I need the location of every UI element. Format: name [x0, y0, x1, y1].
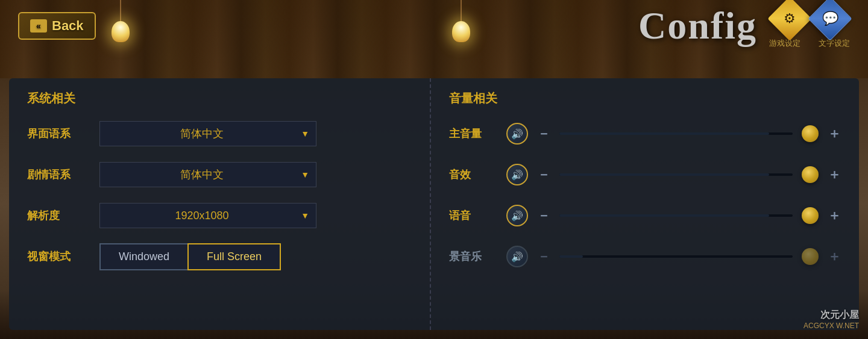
story-language-label: 剧情语系 — [27, 167, 99, 182]
right-panel: 音量相关 主音量 🔊 － ＋ 音效 🔊 － ＋ 语音 🔊 — [431, 78, 859, 330]
master-volume-speaker-icon[interactable]: 🔊 — [506, 123, 528, 145]
watermark-url: ACGCYX W.NET — [804, 322, 859, 330]
fullscreen-button[interactable]: Full Screen — [187, 243, 281, 270]
ui-language-dropdown[interactable]: 简体中文 繁體中文 English 日本語 — [99, 121, 316, 146]
voice-volume-row: 语音 🔊 － ＋ — [449, 201, 841, 231]
voice-volume-label: 语音 — [449, 208, 497, 223]
bgm-volume-row: 景音乐 🔊 － ＋ — [449, 241, 841, 272]
master-volume-plus[interactable]: ＋ — [828, 127, 841, 140]
text-settings-label: 文字设定 — [819, 38, 850, 49]
bgm-volume-label: 景音乐 — [449, 249, 497, 264]
story-language-dropdown-wrapper: 简体中文 繁體中文 English 日本語 ▼ — [99, 162, 316, 187]
story-language-row: 剧情语系 简体中文 繁體中文 English 日本語 ▼ — [27, 160, 412, 190]
bgm-volume-fill — [559, 255, 583, 258]
sfx-volume-fill — [559, 173, 769, 176]
window-mode-buttons: Windowed Full Screen — [99, 243, 281, 270]
chat-icon: 💬 — [822, 11, 838, 26]
voice-volume-speaker-icon[interactable]: 🔊 — [506, 205, 528, 226]
bgm-volume-track[interactable] — [559, 255, 793, 258]
master-volume-track[interactable] — [559, 132, 793, 135]
sfx-volume-knob[interactable] — [802, 166, 819, 183]
master-volume-knob[interactable] — [802, 125, 819, 142]
bgm-volume-minus[interactable]: － — [537, 250, 550, 263]
back-button[interactable]: « Back — [18, 12, 96, 40]
text-settings-icon-button[interactable]: 💬 — [808, 0, 852, 40]
game-settings-icon-button[interactable]: ⚙ — [767, 0, 812, 40]
voice-volume-plus[interactable]: ＋ — [828, 209, 841, 222]
left-panel: 系统相关 界面语系 简体中文 繁體中文 English 日本語 ▼ 剧情语系 简… — [9, 78, 431, 330]
voice-volume-track[interactable] — [559, 214, 793, 217]
sfx-volume-label: 音效 — [449, 167, 497, 182]
ui-language-row: 界面语系 简体中文 繁體中文 English 日本語 ▼ — [27, 119, 412, 149]
bgm-volume-plus[interactable]: ＋ — [828, 250, 841, 263]
master-volume-fill — [559, 132, 769, 135]
master-volume-row: 主音量 🔊 － ＋ — [449, 119, 841, 149]
resolution-dropdown[interactable]: 1920x1080 1280x720 2560x1440 — [99, 203, 316, 228]
icon-group: ⚙ 💬 — [774, 3, 846, 34]
watermark: 次元小屋 ACGCYX W.NET — [804, 309, 859, 330]
topbar: « Back Config ⚙ 💬 游戏设定 文字设定 — [0, 0, 868, 51]
main-content: 系统相关 界面语系 简体中文 繁體中文 English 日本語 ▼ 剧情语系 简… — [9, 78, 859, 330]
resolution-row: 解析度 1920x1080 1280x720 2560x1440 ▼ — [27, 201, 412, 231]
master-volume-minus[interactable]: － — [537, 127, 550, 140]
bgm-volume-knob[interactable] — [802, 248, 819, 265]
voice-volume-fill — [559, 214, 769, 217]
voice-volume-knob[interactable] — [802, 207, 819, 224]
sfx-volume-minus[interactable]: － — [537, 168, 550, 181]
bgm-volume-speaker-icon[interactable]: 🔊 — [506, 246, 528, 267]
resolution-dropdown-wrapper: 1920x1080 1280x720 2560x1440 ▼ — [99, 203, 316, 228]
voice-volume-minus[interactable]: － — [537, 209, 550, 222]
game-settings-label: 游戏设定 — [769, 38, 800, 49]
window-mode-label: 视窗模式 — [27, 249, 99, 264]
watermark-name: 次元小屋 — [804, 309, 859, 322]
back-label: Back — [52, 18, 84, 34]
story-language-dropdown[interactable]: 简体中文 繁體中文 English 日本語 — [99, 162, 316, 187]
ui-language-dropdown-wrapper: 简体中文 繁體中文 English 日本語 ▼ — [99, 121, 316, 146]
sfx-volume-track[interactable] — [559, 173, 793, 176]
left-panel-title: 系统相关 — [27, 90, 412, 107]
sfx-volume-plus[interactable]: ＋ — [828, 168, 841, 181]
sfx-volume-row: 音效 🔊 － ＋ — [449, 160, 841, 190]
gear-icon: ⚙ — [784, 11, 796, 26]
title-icons: ⚙ 💬 游戏设定 文字设定 — [769, 3, 850, 49]
resolution-label: 解析度 — [27, 208, 99, 223]
right-panel-title: 音量相关 — [449, 90, 841, 107]
icon-labels: 游戏设定 文字设定 — [769, 38, 850, 49]
sfx-volume-speaker-icon[interactable]: 🔊 — [506, 164, 528, 185]
window-mode-row: 视窗模式 Windowed Full Screen — [27, 241, 412, 272]
back-arrow-icon: « — [30, 19, 47, 33]
page-title: Config — [638, 4, 757, 48]
ui-language-label: 界面语系 — [27, 126, 99, 141]
master-volume-label: 主音量 — [449, 126, 497, 141]
windowed-button[interactable]: Windowed — [99, 243, 187, 270]
title-area: Config ⚙ 💬 游戏设定 文字设定 — [638, 3, 850, 49]
